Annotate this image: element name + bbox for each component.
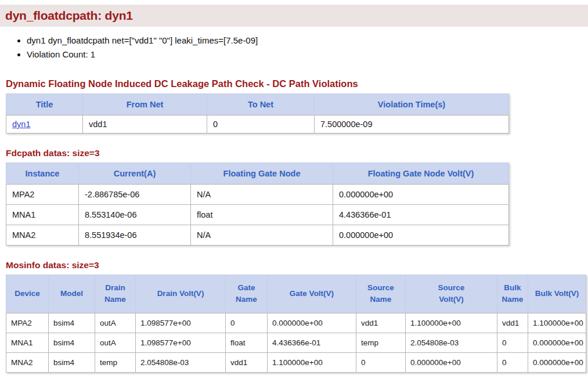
summary-bullet-list: dyn1 dyn_floatdcpath net=["vdd1" "0"] le… <box>17 35 588 59</box>
column-header: Bulk Name <box>497 275 528 313</box>
column-header: Violation Time(s) <box>315 94 509 116</box>
table-cell: 0.000000e+00 <box>528 352 586 372</box>
table-row: MNA2bsim4temp2.054808e-03vdd11.100000e+0… <box>6 352 586 372</box>
column-header: Floating Gate Node <box>191 163 333 185</box>
table-cell: 1.100000e+00 <box>268 352 356 372</box>
table-cell: 2.054808e-03 <box>136 352 226 372</box>
table-cell: 4.436366e-01 <box>333 205 509 225</box>
column-header: Gate Name <box>226 275 268 313</box>
column-header: To Net <box>207 94 315 116</box>
table-cell: 7.500000e-09 <box>315 116 509 134</box>
table-cell: 0 <box>226 313 268 333</box>
table-cell: outA <box>95 333 136 352</box>
table-cell: bsim4 <box>49 333 95 352</box>
table-cell: 0 <box>497 333 528 352</box>
header-row: TitleFrom NetTo NetViolation Time(s) <box>6 94 509 116</box>
table-cell: float <box>226 333 268 352</box>
table-row: MNA28.551934e-06N/A0.000000e+00 <box>6 225 509 246</box>
table-row: MNA1bsim4outA1.098577e+00float4.436366e-… <box>6 333 586 352</box>
table-cell: vdd1 <box>497 313 528 333</box>
table-cell: MNA1 <box>6 205 79 225</box>
column-header: Source Name <box>356 275 406 313</box>
table-cell: 0 <box>356 352 406 372</box>
header-row: DeviceModelDrain NameDrain Volt(V)Gate N… <box>6 275 586 313</box>
table-cell: temp <box>95 352 136 372</box>
violation-title-link[interactable]: dyn1 <box>12 120 30 129</box>
table-cell: float <box>191 205 333 225</box>
table-row: dyn1vdd107.500000e-09 <box>6 116 509 134</box>
column-header: Bulk Volt(V) <box>528 275 586 313</box>
table-cell: -2.886785e-06 <box>79 185 191 205</box>
table-cell: N/A <box>191 225 333 246</box>
summary-bullet-violation-count: Violation Count: 1 <box>27 49 588 59</box>
table-row: MNA18.553140e-06float4.436366e-01 <box>6 205 509 225</box>
column-header: Current(A) <box>79 163 191 185</box>
table-cell: temp <box>356 333 406 352</box>
table-cell: MPA2 <box>6 185 79 205</box>
column-header: Model <box>49 275 95 313</box>
table-cell: MPA2 <box>6 313 49 333</box>
table-cell: vdd1 <box>226 352 268 372</box>
table-row: MPA2bsim4outA1.098577e+0000.000000e+00vd… <box>6 313 586 333</box>
column-header: Instance <box>6 163 79 185</box>
section-heading-dc-path-violations: Dynamic Floating Node Induced DC Leakage… <box>6 78 588 89</box>
table-cell: MNA2 <box>6 225 79 246</box>
table-cell: 1.098577e+00 <box>136 333 226 352</box>
table-cell: vdd1 <box>356 313 406 333</box>
table-cell: outA <box>95 313 136 333</box>
summary-bullet-net: dyn1 dyn_floatdcpath net=["vdd1" "0"] le… <box>27 35 588 45</box>
table-cell: 1.100000e+00 <box>528 313 586 333</box>
table-cell: 0.000000e+00 <box>268 313 356 333</box>
table-cell: N/A <box>191 185 333 205</box>
column-header: Gate Volt(V) <box>268 275 356 313</box>
table-cell: 0 <box>207 116 315 134</box>
report-title: dyn_floatdcpath: dyn1 <box>5 9 133 23</box>
section-heading-mosinfo: Mosinfo datas: size=3 <box>6 260 588 270</box>
table-cell: 0.000000e+00 <box>406 352 497 372</box>
column-header: Device <box>6 275 49 313</box>
column-header: From Net <box>83 94 207 116</box>
table-cell: 8.553140e-06 <box>79 205 191 225</box>
table-cell: 2.054808e-03 <box>406 333 497 352</box>
column-header: Drain Volt(V) <box>136 275 226 313</box>
section-heading-fdcpath: Fdcpath datas: size=3 <box>6 148 588 158</box>
header-row: InstanceCurrent(A)Floating Gate NodeFloa… <box>6 163 509 185</box>
table-cell: bsim4 <box>49 352 95 372</box>
table-cell: MNA2 <box>6 352 49 372</box>
fdcpath-datas-table: InstanceCurrent(A)Floating Gate NodeFloa… <box>6 163 509 246</box>
table-cell: 4.436366e-01 <box>268 333 356 352</box>
table-cell: bsim4 <box>49 313 95 333</box>
report-title-band: dyn_floatdcpath: dyn1 <box>0 5 588 27</box>
table-cell: 8.551934e-06 <box>79 225 191 246</box>
table-cell: 0.000000e+00 <box>333 185 509 205</box>
table-cell: MNA1 <box>6 333 49 352</box>
mosinfo-datas-table: DeviceModelDrain NameDrain Volt(V)Gate N… <box>6 275 586 373</box>
column-header: Drain Name <box>95 275 136 313</box>
table-cell: 1.098577e+00 <box>136 313 226 333</box>
table-cell: 0.000000e+00 <box>333 225 509 246</box>
table-cell: 0.000000e+00 <box>528 333 586 352</box>
table-cell: 0 <box>497 352 528 372</box>
column-header: Title <box>6 94 83 116</box>
dc-path-violations-table: TitleFrom NetTo NetViolation Time(s)dyn1… <box>6 93 509 134</box>
column-header: Source Volt(V) <box>406 275 497 313</box>
table-cell: dyn1 <box>6 116 83 134</box>
table-cell: 1.100000e+00 <box>406 313 497 333</box>
table-cell: vdd1 <box>83 116 207 134</box>
table-row: MPA2-2.886785e-06N/A0.000000e+00 <box>6 185 509 205</box>
column-header: Floating Gate Node Volt(V) <box>333 163 509 185</box>
